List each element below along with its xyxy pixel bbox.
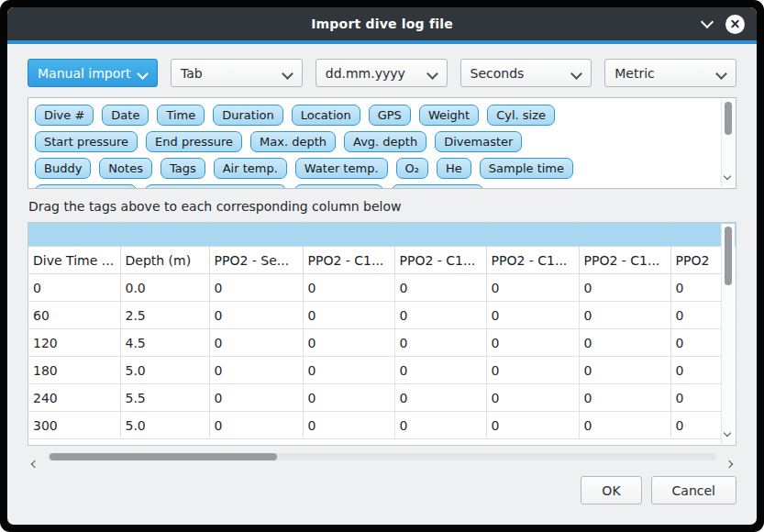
titlebar-controls <box>703 7 745 40</box>
column-header-0: Dive Time ... <box>28 247 120 274</box>
table-cell: 2.5 <box>120 302 209 329</box>
tag-weight[interactable]: Weight <box>419 105 479 126</box>
date-format-select[interactable]: dd.mm.yyyy <box>316 59 448 87</box>
tag-panel-scrollbar[interactable] <box>721 99 735 187</box>
table-cell: 0 <box>209 357 303 384</box>
tag-panel: Dive #DateTimeDurationLocationGPSWeightC… <box>28 97 736 189</box>
column-header-5: PPO2 - C1... <box>486 247 579 274</box>
duration-format-select[interactable]: Seconds <box>460 59 592 87</box>
tag-dive[interactable]: Dive # <box>35 105 94 126</box>
column-drop-target-0[interactable] <box>28 223 120 247</box>
tag-cyl-size[interactable]: Cyl. size <box>487 105 555 126</box>
tag-water-temp[interactable]: Water temp. <box>295 158 388 179</box>
field-separator-select[interactable]: Tab <box>171 59 303 87</box>
tag-sample-temperature[interactable]: Sample temperature <box>145 184 287 189</box>
table-row: 1805.0000000 <box>28 357 736 384</box>
tag-o[interactable]: O₂ <box>396 158 428 179</box>
table-cell: 0 <box>394 412 486 439</box>
tag-he[interactable]: He <box>437 158 471 179</box>
tag-time[interactable]: Time <box>157 105 205 126</box>
table-cell: 0 <box>303 302 394 329</box>
tag-sample-time[interactable]: Sample time <box>480 158 573 179</box>
import-preview-grid: Dive Time ...Depth (m)PPO2 - Se...PPO2 -… <box>28 223 736 439</box>
cancel-button[interactable]: Cancel <box>651 476 736 504</box>
column-drop-target-4[interactable] <box>394 223 486 247</box>
horizontal-scrollbar[interactable] <box>28 450 736 464</box>
table-cell: 0 <box>486 357 579 384</box>
scrollbar-thumb[interactable] <box>725 227 732 285</box>
column-drop-target-2[interactable] <box>209 223 303 247</box>
import-mode-select[interactable]: Manual import <box>28 59 158 87</box>
tag-max-depth[interactable]: Max. depth <box>250 131 336 152</box>
tag-sample-po[interactable]: Sample pO₂ <box>294 184 383 189</box>
tag-row: Dive #DateTimeDurationLocationGPSWeightC… <box>35 105 715 126</box>
table-cell: 0 <box>579 357 670 384</box>
table-body: 00.0000000602.50000001204.50000001805.00… <box>28 274 736 439</box>
units-select[interactable]: Metric <box>604 59 736 87</box>
tag-end-pressure[interactable]: End pressure <box>146 131 242 152</box>
table-cell: 0 <box>209 274 303 302</box>
column-drop-target-6[interactable] <box>579 223 670 247</box>
table-cell: 0.0 <box>120 274 209 302</box>
table-cell: 0 <box>303 357 394 384</box>
tag-row: BuddyNotesTagsAir temp.Water temp.O₂HeSa… <box>35 158 715 179</box>
table-cell: 0 <box>486 329 579 357</box>
table-cell: 5.0 <box>120 357 209 384</box>
scroll-down-icon[interactable] <box>725 422 730 439</box>
table-cell: 0 <box>486 302 579 329</box>
column-drop-target-5[interactable] <box>486 223 579 247</box>
table-cell: 0 <box>486 412 579 439</box>
table-cell: 0 <box>394 329 486 357</box>
scroll-left-icon[interactable] <box>32 453 38 471</box>
column-drop-target-1[interactable] <box>120 223 209 247</box>
tag-buddy[interactable]: Buddy <box>35 158 91 179</box>
chevron-down-icon <box>715 68 727 80</box>
units-value: Metric <box>615 66 655 81</box>
tag-gps[interactable]: GPS <box>369 105 411 126</box>
table-cell: 0 <box>579 274 670 302</box>
tag-date[interactable]: Date <box>102 105 149 126</box>
tag-rows: Dive #DateTimeDurationLocationGPSWeightC… <box>35 105 715 189</box>
table-cell: 0 <box>579 384 670 412</box>
column-drop-target-3[interactable] <box>303 223 394 247</box>
close-button[interactable] <box>725 15 745 34</box>
drop-row <box>28 223 736 247</box>
table-row: 00.0000000 <box>28 274 736 302</box>
table-cell: 0 <box>579 412 670 439</box>
horizontal-scroll-track[interactable] <box>48 453 716 460</box>
scrollbar-thumb[interactable] <box>725 102 732 135</box>
tag-duration[interactable]: Duration <box>213 105 282 126</box>
scroll-right-icon[interactable] <box>726 453 732 471</box>
horizontal-scroll-thumb[interactable] <box>50 453 277 460</box>
import-mode-value: Manual import <box>38 66 131 81</box>
chevron-down-icon <box>570 68 582 80</box>
table-cell: 120 <box>28 329 120 357</box>
window-frame: Import dive log file Manual import Tab d… <box>0 0 764 532</box>
chevron-down-icon[interactable] <box>703 17 712 27</box>
tag-avg-depth[interactable]: Avg. depth <box>344 131 426 152</box>
duration-format-value: Seconds <box>471 66 525 81</box>
tag-location[interactable]: Location <box>292 105 360 126</box>
chevron-down-icon <box>426 68 438 80</box>
table-cell: 0 <box>394 384 486 412</box>
tag-tags[interactable]: Tags <box>161 158 205 179</box>
table-cell: 5.5 <box>120 384 209 412</box>
table-scrollbar[interactable] <box>721 224 735 444</box>
tag-start-pressure[interactable]: Start pressure <box>35 131 138 152</box>
table-cell: 0 <box>28 274 120 302</box>
table-cell: 60 <box>28 302 120 329</box>
field-separator-value: Tab <box>181 66 203 81</box>
tag-sample-cns[interactable]: Sample CNS <box>392 184 483 189</box>
table-row: 1204.5000000 <box>28 329 736 357</box>
table-row: 602.5000000 <box>28 302 736 329</box>
header-row: Dive Time ...Depth (m)PPO2 - Se...PPO2 -… <box>28 247 736 274</box>
tag-divemaster[interactable]: Divemaster <box>435 131 522 152</box>
tag-sample-depth[interactable]: Sample depth <box>35 184 137 189</box>
table-cell: 0 <box>303 274 394 302</box>
scroll-down-icon[interactable] <box>725 165 730 183</box>
column-header-2: PPO2 - Se... <box>209 247 303 274</box>
tag-notes[interactable]: Notes <box>99 158 152 179</box>
titlebar[interactable]: Import dive log file <box>7 7 757 40</box>
tag-air-temp[interactable]: Air temp. <box>214 158 287 179</box>
ok-button[interactable]: OK <box>581 476 641 504</box>
